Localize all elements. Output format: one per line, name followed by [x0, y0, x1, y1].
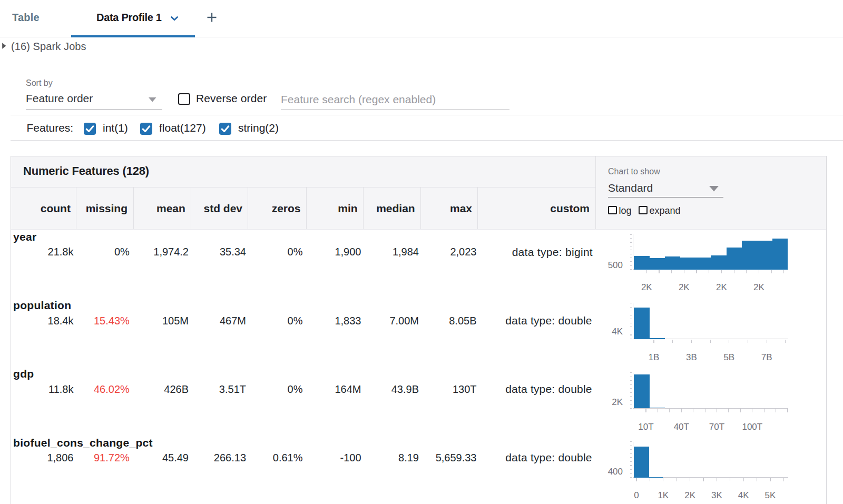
- svg-text:7B: 7B: [761, 352, 772, 362]
- svg-text:2K: 2K: [753, 282, 764, 292]
- svg-text:2K: 2K: [641, 282, 652, 292]
- svg-text:70T: 70T: [709, 422, 724, 432]
- svg-text:3K: 3K: [711, 490, 722, 500]
- svg-text:1K: 1K: [658, 490, 669, 500]
- svg-text:2K: 2K: [612, 397, 623, 407]
- svg-text:2K: 2K: [716, 282, 727, 292]
- svg-text:1B: 1B: [649, 352, 660, 362]
- svg-text:5B: 5B: [723, 352, 734, 362]
- svg-text:3B: 3B: [686, 352, 697, 362]
- svg-text:400: 400: [608, 467, 623, 477]
- svg-text:2K: 2K: [684, 490, 695, 500]
- svg-text:4K: 4K: [612, 327, 623, 337]
- svg-text:5K: 5K: [765, 490, 776, 500]
- svg-text:500: 500: [608, 260, 623, 270]
- svg-text:40T: 40T: [674, 422, 689, 432]
- svg-text:0: 0: [634, 490, 639, 500]
- svg-text:10T: 10T: [638, 422, 653, 432]
- svg-text:100T: 100T: [742, 422, 762, 432]
- svg-text:4K: 4K: [738, 490, 749, 500]
- svg-text:2K: 2K: [679, 282, 690, 292]
